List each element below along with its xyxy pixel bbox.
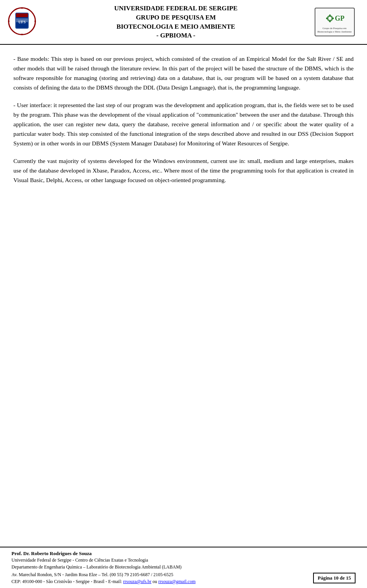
title-line-1: UNIVERSIDADE FEDERAL DE SERGIPE [42,4,310,13]
svg-point-8 [8,20,10,22]
svg-point-7 [21,34,23,35]
logo-right-top: GP [324,11,345,26]
svg-rect-13 [329,21,331,22]
content: - Base models: This step is based on our… [0,45,367,547]
page: UFS UNIVERSIDADE FEDERAL DE SERGIPE GRUP… [0,0,367,588]
footer-line-4: CEP: 49100-000 - São Cristóvão - Sergipe… [11,578,313,585]
paragraph-2: - User interface: it represented the las… [13,101,354,148]
footer-line4-mid: ou [151,579,158,584]
logo-right-text: Grupo de Pesquisa em Biotecnologia e Mei… [317,27,352,34]
logo-right-box: GP Grupo de Pesquisa em Biotecnologia e … [315,8,355,36]
svg-point-6 [21,7,23,9]
svg-text:GP: GP [335,15,344,22]
footer-email-2[interactable]: rrsouza@gmail.com [158,579,195,584]
logo-right: GP Grupo de Pesquisa em Biotecnologia e … [313,7,356,37]
svg-rect-14 [326,18,328,19]
paragraph-3: Currently the vast majority of systems d… [13,156,354,185]
svg-point-9 [34,20,36,22]
svg-rect-3 [16,13,28,17]
footer-line4-prefix: CEP: 49100-000 - São Cristóvão - Sergipe… [11,579,123,584]
header: UFS UNIVERSIDADE FEDERAL DE SERGIPE GRUP… [0,0,367,45]
svg-point-11 [328,17,331,20]
title-line-3: BIOTECNOLOGIA E MEIO AMBIENTE [42,22,310,31]
svg-rect-15 [332,18,334,19]
footer-address: Av. Marechal Rondon, S/N - Jardim Rosa E… [11,571,313,585]
header-title: UNIVERSIDADE FEDERAL DE SERGIPE GRUPO DE… [38,4,313,40]
logo-left: UFS [8,7,38,37]
footer-line-3: Av. Marechal Rondon, S/N - Jardim Rosa E… [11,571,313,578]
footer-page-number: Página 10 de 15 [313,573,356,583]
footer-email-1[interactable]: rrsouza@ufs.br [123,579,151,584]
svg-text:UFS: UFS [18,20,26,24]
title-line-2: GRUPO DE PESQUISA EM [42,13,310,22]
footer: Prof. Dr. Roberto Rodrigues de Souza Uni… [0,547,367,588]
footer-name: Prof. Dr. Roberto Rodrigues de Souza [11,551,356,557]
svg-rect-12 [329,15,331,16]
footer-bottom: Av. Marechal Rondon, S/N - Jardim Rosa E… [11,571,356,585]
footer-line-2: Departamento de Engenharia Química – Lab… [11,564,356,570]
footer-line-1: Universidade Federal de Sergipe - Centro… [11,557,356,564]
title-line-4: - GPBIOMA - [42,31,310,40]
paragraph-1: - Base models: This step is based on our… [13,54,354,92]
